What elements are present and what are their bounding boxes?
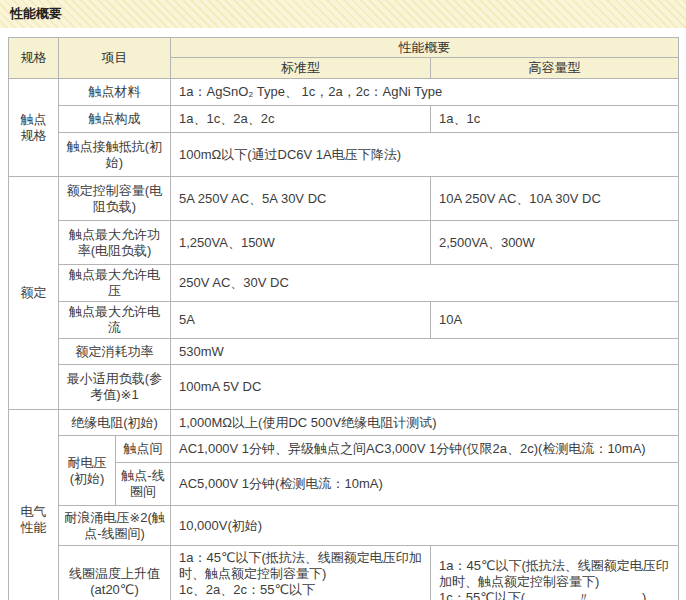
table-row: 电气 性能 绝缘电阻(初始) 1,000MΩ以上(使用DC 500V绝缘电阻计测… bbox=[9, 410, 679, 436]
value-standard: 5A bbox=[171, 302, 431, 339]
table-row: 额定 额定控制容量(电阻负载) 5A 250V AC、5A 30V DC 10A… bbox=[9, 177, 679, 221]
value-span: 10,000V(初始) bbox=[171, 506, 679, 546]
table-row: 耐浪涌电压※2(触点-线圈间) 10,000V(初始) bbox=[9, 506, 679, 546]
item-label: 额定控制容量(电阻负载) bbox=[59, 177, 171, 221]
section-title-bar: 性能概要 bbox=[0, 0, 686, 28]
item-label: 触点接触抵抗(初始) bbox=[59, 133, 171, 177]
item-label: 耐浪涌电压※2(触点-线圈间) bbox=[59, 506, 171, 546]
table-row: 触点 规格 触点材料 1a：AgSnO₂ Type、 1c，2a，2c：AgNi… bbox=[9, 79, 679, 106]
item-label: 触点最大允许电流 bbox=[59, 302, 171, 339]
table-row: 最小适用负载(参考值)※1 100mA 5V DC bbox=[9, 365, 679, 410]
value-span: AC1,000V 1分钟、异级触点之间AC3,000V 1分钟(仅限2a、2c)… bbox=[171, 436, 679, 463]
item-sublabel: 触点-线圈间 bbox=[116, 463, 171, 506]
item-label: 触点材料 bbox=[59, 79, 171, 106]
spec-group-contact: 触点 规格 bbox=[9, 79, 59, 177]
value-span: 250V AC、30V DC bbox=[171, 265, 679, 302]
value-high-capacity: 2,500VA、300W bbox=[431, 221, 679, 265]
value-high-capacity: 10A bbox=[431, 302, 679, 339]
value-span: 100mΩ以下(通过DC6V 1A电压下降法) bbox=[171, 133, 679, 177]
value-span: 530mW bbox=[171, 339, 679, 365]
col-header-overview: 性能概要 bbox=[171, 38, 679, 58]
item-label: 触点构成 bbox=[59, 106, 171, 133]
item-label: 触点最大允许功率(电阻负载) bbox=[59, 221, 171, 265]
header-row-1: 规格 项目 性能概要 bbox=[9, 38, 679, 58]
item-label: 最小适用负载(参考值)※1 bbox=[59, 365, 171, 410]
item-label: 线圈温度上升值 (at20℃) bbox=[59, 546, 171, 600]
item-sublabel: 触点间 bbox=[116, 436, 171, 463]
spec-group-rated: 额定 bbox=[9, 177, 59, 410]
value-standard: 1a：45℃以下(抵抗法、线圈额定电压印加时、触点额定控制容量下) 1c、2a、… bbox=[171, 546, 431, 600]
value-standard: 5A 250V AC、5A 30V DC bbox=[171, 177, 431, 221]
value-span: 1a：AgSnO₂ Type、 1c，2a，2c：AgNi Type bbox=[171, 79, 679, 106]
value-span: 100mA 5V DC bbox=[171, 365, 679, 410]
table-row: 额定消耗功率 530mW bbox=[9, 339, 679, 365]
value-standard: 1a、1c、2a、2c bbox=[171, 106, 431, 133]
item-label: 绝缘电阻(初始) bbox=[59, 410, 171, 436]
col-header-standard: 标准型 bbox=[171, 58, 431, 79]
table-row: 触点构成 1a、1c、2a、2c 1a、1c bbox=[9, 106, 679, 133]
item-label: 触点最大允许电压 bbox=[59, 265, 171, 302]
value-span: 1,000MΩ以上(使用DC 500V绝缘电阻计测试) bbox=[171, 410, 679, 436]
page-title: 性能概要 bbox=[10, 6, 62, 21]
col-header-item: 项目 bbox=[59, 38, 171, 79]
value-high-capacity: 1a：45℃以下(抵抗法、线圈额定电压印加时、触点额定控制容量下) 1c：55℃… bbox=[431, 546, 679, 600]
col-header-spec: 规格 bbox=[9, 38, 59, 79]
value-high-capacity: 10A 250V AC、10A 30V DC bbox=[431, 177, 679, 221]
value-high-capacity: 1a、1c bbox=[431, 106, 679, 133]
table-row: 触点最大允许电流 5A 10A bbox=[9, 302, 679, 339]
value-span: AC5,000V 1分钟(检测电流：10mA) bbox=[171, 463, 679, 506]
table-row: 触点接触抵抗(初始) 100mΩ以下(通过DC6V 1A电压下降法) bbox=[9, 133, 679, 177]
col-header-high-capacity: 高容量型 bbox=[431, 58, 679, 79]
item-label: 额定消耗功率 bbox=[59, 339, 171, 365]
table-row: 线圈温度上升值 (at20℃) 1a：45℃以下(抵抗法、线圈额定电压印加时、触… bbox=[9, 546, 679, 600]
item-label-dielectric: 耐电压 (初始) bbox=[59, 436, 116, 506]
table-row: 触点最大允许电压 250V AC、30V DC bbox=[9, 265, 679, 302]
spec-group-electrical: 电气 性能 bbox=[9, 410, 59, 600]
table-row: 触点最大允许功率(电阻负载) 1,250VA、150W 2,500VA、300W bbox=[9, 221, 679, 265]
performance-spec-table: 规格 项目 性能概要 标准型 高容量型 触点 规格 触点材料 1a：AgSnO₂… bbox=[8, 37, 679, 600]
table-row: 耐电压 (初始) 触点间 AC1,000V 1分钟、异级触点之间AC3,000V… bbox=[9, 436, 679, 463]
value-standard: 1,250VA、150W bbox=[171, 221, 431, 265]
